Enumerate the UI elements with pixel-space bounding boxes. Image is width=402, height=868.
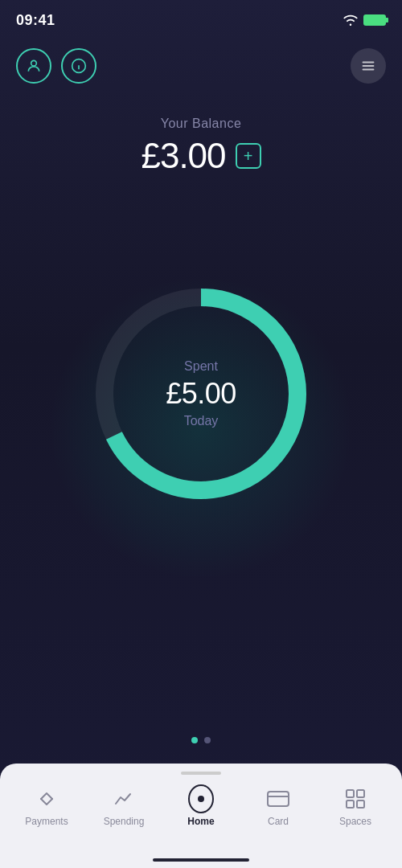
- tab-spending[interactable]: Spending: [85, 786, 162, 827]
- spaces-label: Spaces: [339, 816, 371, 827]
- home-dot: [198, 796, 204, 802]
- svg-rect-14: [357, 800, 364, 808]
- balance-amount-row: £3.00 +: [0, 136, 402, 176]
- tab-spaces[interactable]: Spaces: [317, 786, 394, 827]
- wifi-icon: [343, 14, 359, 27]
- status-bar: 09:41: [0, 0, 402, 40]
- home-icon-wrap: [188, 786, 214, 812]
- home-indicator: [153, 858, 249, 862]
- home-label: Home: [187, 816, 214, 827]
- spending-label: Spending: [104, 816, 145, 827]
- tab-payments[interactable]: Payments: [8, 786, 85, 827]
- page-dot-2[interactable]: [204, 737, 211, 743]
- add-money-button[interactable]: +: [236, 143, 261, 169]
- battery-icon: [363, 14, 386, 26]
- spent-label: Spent: [166, 359, 236, 374]
- payments-icon: [35, 788, 58, 810]
- page-dots: [191, 737, 211, 743]
- card-label: Card: [268, 816, 289, 827]
- profile-button[interactable]: [16, 48, 51, 84]
- info-icon: [71, 58, 87, 74]
- balance-label: Your Balance: [0, 117, 402, 131]
- spending-icon-wrap: [111, 786, 137, 812]
- status-time: 09:41: [16, 12, 55, 29]
- top-nav-left: [16, 48, 96, 84]
- svg-rect-13: [347, 800, 354, 808]
- home-icon: [188, 784, 214, 813]
- info-button[interactable]: [61, 48, 96, 84]
- tab-home[interactable]: Home: [162, 786, 240, 827]
- card-icon: [266, 790, 290, 808]
- menu-icon: [359, 57, 377, 75]
- balance-section: Your Balance £3.00 +: [0, 117, 402, 176]
- spaces-icon: [344, 788, 367, 810]
- donut-center: Spent £5.00 Today: [166, 359, 236, 428]
- payments-icon-wrap: [34, 786, 59, 812]
- menu-button[interactable]: [351, 48, 386, 84]
- spending-icon: [113, 788, 135, 810]
- spent-amount: £5.00: [166, 377, 236, 411]
- bottom-sheet: Payments Spending Home: [0, 764, 402, 868]
- spaces-icon-wrap: [343, 786, 368, 812]
- payments-label: Payments: [25, 816, 68, 827]
- page-dot-1[interactable]: [191, 737, 198, 743]
- top-nav: [0, 48, 402, 84]
- donut-chart: Spent £5.00 Today: [80, 273, 322, 514]
- tab-card[interactable]: Card: [240, 786, 317, 827]
- balance-amount: £3.00: [141, 136, 225, 176]
- svg-rect-12: [357, 790, 364, 797]
- svg-rect-9: [268, 792, 289, 806]
- tab-bar: Payments Spending Home: [0, 775, 402, 827]
- person-icon: [26, 58, 42, 74]
- svg-rect-11: [347, 790, 354, 797]
- card-icon-wrap: [265, 786, 291, 812]
- svg-point-0: [31, 60, 37, 66]
- status-icons: [343, 14, 386, 27]
- spent-period: Today: [166, 414, 236, 428]
